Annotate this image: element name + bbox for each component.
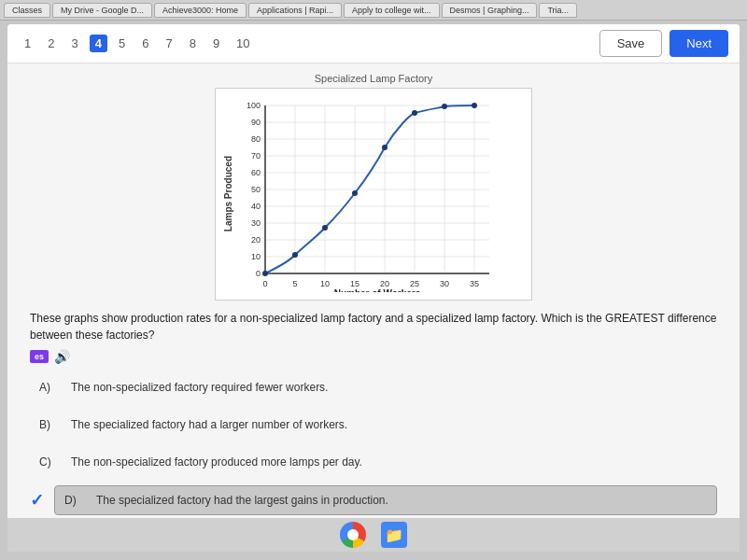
y-axis-label: Lamps Produced	[223, 156, 233, 231]
es-badge[interactable]: es	[30, 350, 49, 363]
option-d[interactable]: D) The specialized factory had the large…	[54, 485, 717, 515]
page-5[interactable]: 5	[113, 35, 131, 52]
chart-wrapper: Lamps Produced	[223, 96, 524, 292]
svg-text:5: 5	[292, 279, 297, 288]
checkmark-icon: ✓	[30, 490, 49, 511]
next-button[interactable]: Next	[669, 30, 728, 57]
svg-text:10: 10	[251, 252, 261, 261]
option-b[interactable]: B) The specialized factory had a larger …	[30, 411, 717, 439]
svg-point-47	[472, 103, 477, 108]
svg-text:50: 50	[251, 185, 261, 194]
option-c[interactable]: C) The non-specialized factory produced …	[30, 448, 717, 476]
answer-options: A) The non-specialized factory required …	[26, 373, 721, 515]
svg-point-42	[322, 225, 328, 231]
audio-icon[interactable]: 🔊	[54, 349, 70, 364]
tab-desmos[interactable]: Desmos | Graphing...	[442, 3, 538, 18]
chrome-icon[interactable]	[340, 522, 366, 548]
save-button[interactable]: Save	[599, 30, 663, 57]
option-a-text: The non-specialized factory required few…	[71, 381, 708, 394]
question-area: Specialized Lamp Factory Lamps Produced	[7, 63, 740, 525]
svg-point-46	[442, 104, 447, 109]
option-d-wrapper: ✓ D) The specialized factory had the lar…	[30, 485, 717, 515]
svg-text:15: 15	[350, 279, 359, 288]
svg-text:35: 35	[470, 279, 479, 288]
chart-container: Lamps Produced	[215, 88, 532, 301]
svg-text:40: 40	[251, 202, 261, 211]
svg-text:100: 100	[247, 101, 261, 110]
page-6[interactable]: 6	[136, 35, 154, 52]
question-text: These graphs show production rates for a…	[26, 310, 721, 343]
nav-buttons: Save Next	[599, 30, 728, 57]
icon-row: es 🔊	[30, 349, 721, 364]
svg-text:80: 80	[251, 134, 261, 144]
page-2[interactable]: 2	[42, 35, 60, 52]
file-manager-icon[interactable]: 📁	[381, 522, 407, 548]
option-d-letter: D)	[64, 494, 83, 507]
svg-text:0: 0	[256, 269, 261, 278]
svg-text:20: 20	[380, 279, 389, 288]
svg-text:Number of Workers: Number of Workers	[334, 288, 421, 292]
chart-title: Specialized Lamp Factory	[26, 73, 721, 84]
tab-applications[interactable]: Applications | Rapi...	[248, 3, 342, 18]
svg-text:90: 90	[251, 118, 261, 127]
tab-classes[interactable]: Classes	[4, 3, 50, 18]
main-content: 1 2 3 4 5 6 7 8 9 10 Save Next Specializ…	[7, 24, 740, 552]
svg-point-44	[382, 145, 388, 150]
taskbar: 📁	[7, 518, 740, 552]
chart-svg: 100 90 80 70 60 50 40 30 20 10 0 0 5 10 …	[237, 96, 499, 292]
svg-text:10: 10	[320, 279, 330, 288]
svg-point-43	[352, 190, 358, 196]
page-3[interactable]: 3	[65, 35, 83, 52]
svg-text:30: 30	[440, 279, 449, 288]
page-7[interactable]: 7	[160, 35, 177, 52]
option-b-text: The specialized factory had a larger num…	[71, 418, 708, 431]
option-c-text: The non-specialized factory produced mor…	[71, 455, 708, 469]
svg-text:25: 25	[410, 279, 419, 288]
page-4[interactable]: 4	[90, 35, 107, 52]
page-10[interactable]: 10	[231, 35, 255, 52]
tab-apply[interactable]: Apply to college wit...	[344, 3, 440, 18]
page-8[interactable]: 8	[184, 35, 202, 52]
svg-text:0: 0	[262, 279, 267, 288]
svg-point-40	[262, 271, 268, 276]
page-numbers: 1 2 3 4 5 6 7 8 9 10	[19, 35, 256, 52]
svg-point-41	[292, 252, 298, 258]
browser-tabs: Classes My Drive - Google D... Achieve30…	[0, 0, 747, 21]
svg-point-45	[412, 110, 417, 116]
top-nav: 1 2 3 4 5 6 7 8 9 10 Save Next	[7, 24, 740, 63]
option-c-letter: C)	[39, 455, 58, 469]
tab-drive[interactable]: My Drive - Google D...	[52, 3, 152, 18]
tab-trial[interactable]: Tria...	[539, 3, 577, 18]
svg-text:20: 20	[251, 235, 261, 245]
page-9[interactable]: 9	[207, 35, 225, 52]
svg-text:60: 60	[251, 168, 261, 177]
svg-text:70: 70	[251, 151, 261, 161]
svg-text:30: 30	[251, 218, 261, 228]
option-b-letter: B)	[39, 418, 58, 431]
option-a[interactable]: A) The non-specialized factory required …	[30, 373, 717, 401]
tab-achieve[interactable]: Achieve3000: Home	[154, 3, 247, 18]
page-1[interactable]: 1	[19, 35, 36, 52]
option-a-letter: A)	[39, 381, 58, 394]
option-d-text: The specialized factory had the largest …	[96, 494, 707, 507]
